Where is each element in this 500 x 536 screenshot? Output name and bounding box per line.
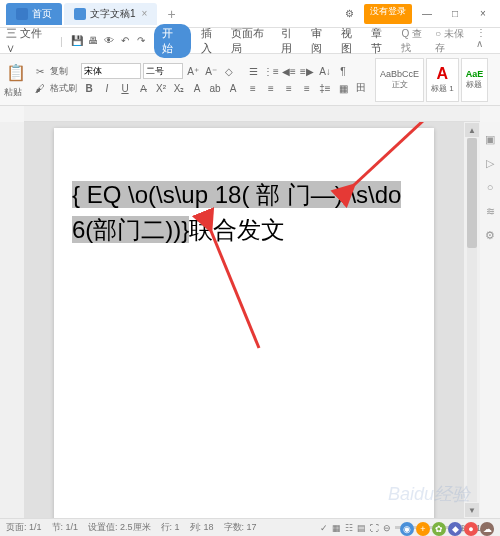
status-page[interactable]: 页面: 1/1 bbox=[6, 521, 42, 534]
nav-tool-icon[interactable]: ▷ bbox=[483, 156, 497, 170]
status-column[interactable]: 列: 18 bbox=[190, 521, 214, 534]
scroll-thumb[interactable] bbox=[467, 138, 477, 248]
badge-3[interactable]: ✿ bbox=[432, 522, 446, 536]
char-shading-icon[interactable]: A bbox=[225, 80, 241, 96]
menu-section[interactable]: 章节 bbox=[371, 26, 391, 56]
clear-format-icon[interactable]: ◇ bbox=[221, 63, 237, 79]
align-center-icon[interactable]: ≡ bbox=[263, 80, 279, 96]
print-icon[interactable]: 🖶 bbox=[85, 33, 101, 49]
style-heading[interactable]: AaE标题 bbox=[461, 58, 489, 102]
font-family-select[interactable] bbox=[81, 63, 141, 79]
scroll-down-icon[interactable]: ▼ bbox=[465, 503, 479, 517]
status-section[interactable]: 节: 1/1 bbox=[52, 521, 79, 534]
paste-icon[interactable]: 📋 bbox=[4, 61, 28, 85]
show-marks-icon[interactable]: ¶ bbox=[335, 63, 351, 79]
scroll-up-icon[interactable]: ▲ bbox=[465, 123, 479, 137]
outline-tool-icon[interactable]: ○ bbox=[483, 180, 497, 194]
layers-tool-icon[interactable]: ≋ bbox=[483, 204, 497, 218]
format-painter-label[interactable]: 格式刷 bbox=[50, 82, 77, 95]
vertical-scrollbar[interactable]: ▲ ▼ bbox=[464, 122, 480, 518]
login-button[interactable]: 没有登录 bbox=[364, 4, 412, 24]
select-tool-icon[interactable]: ▣ bbox=[483, 132, 497, 146]
svg-line-0 bbox=[354, 122, 424, 185]
vertical-ruler[interactable] bbox=[0, 122, 24, 518]
preview-icon[interactable]: 👁 bbox=[101, 33, 117, 49]
unsaved-indicator: ○ 未保存 bbox=[435, 27, 470, 55]
side-panel: ▣ ▷ ○ ≋ ⚙ bbox=[480, 122, 500, 518]
shading-icon[interactable]: ▦ bbox=[335, 80, 351, 96]
menu-review[interactable]: 审阅 bbox=[311, 26, 331, 56]
sort-icon[interactable]: A↓ bbox=[317, 63, 333, 79]
svg-line-1 bbox=[211, 231, 259, 348]
badge-6[interactable]: ☁ bbox=[480, 522, 494, 536]
bullets-icon[interactable]: ☰ bbox=[245, 63, 261, 79]
zoom-out-icon[interactable]: ⊖ bbox=[383, 523, 391, 533]
align-justify-icon[interactable]: ≡ bbox=[299, 80, 315, 96]
line-spacing-icon[interactable]: ‡≡ bbox=[317, 80, 333, 96]
status-position[interactable]: 设置值: 2.5厘米 bbox=[88, 521, 151, 534]
redo-icon[interactable]: ↷ bbox=[133, 33, 149, 49]
badge-2[interactable]: + bbox=[416, 522, 430, 536]
menu-view[interactable]: 视图 bbox=[341, 26, 361, 56]
subscript-icon[interactable]: X₂ bbox=[171, 80, 187, 96]
text-after[interactable]: 联合发文 bbox=[189, 216, 285, 243]
maximize-button[interactable]: □ bbox=[442, 4, 468, 24]
shrink-font-icon[interactable]: A⁻ bbox=[203, 63, 219, 79]
view-print-icon[interactable]: ▦ bbox=[332, 523, 341, 533]
copy-label[interactable]: 复制 bbox=[50, 65, 68, 78]
indent-dec-icon[interactable]: ◀≡ bbox=[281, 63, 297, 79]
settings-tool-icon[interactable]: ⚙ bbox=[483, 228, 497, 242]
cut-icon[interactable]: ✂ bbox=[32, 63, 48, 79]
close-button[interactable]: × bbox=[470, 4, 496, 24]
tab-document[interactable]: 文字文稿1 × bbox=[64, 3, 157, 25]
status-chars[interactable]: 字数: 17 bbox=[224, 521, 257, 534]
status-line[interactable]: 行: 1 bbox=[161, 521, 180, 534]
tab-add-button[interactable]: + bbox=[167, 6, 175, 22]
align-right-icon[interactable]: ≡ bbox=[281, 80, 297, 96]
file-menu[interactable]: 三 文件 ∨ bbox=[6, 26, 50, 56]
bold-icon[interactable]: B bbox=[81, 80, 97, 96]
font-color-icon[interactable]: A bbox=[189, 80, 205, 96]
badge-1[interactable]: ◉ bbox=[400, 522, 414, 536]
menu-references[interactable]: 引用 bbox=[281, 26, 301, 56]
tray-badges: ◉ + ✿ ◆ ● ☁ bbox=[400, 522, 494, 536]
style-heading1[interactable]: A标题 1 bbox=[426, 58, 459, 102]
home-icon bbox=[16, 8, 28, 20]
border-icon[interactable]: 田 bbox=[353, 80, 369, 96]
underline-icon[interactable]: U bbox=[117, 80, 133, 96]
italic-icon[interactable]: I bbox=[99, 80, 115, 96]
numbering-icon[interactable]: ⋮≡ bbox=[263, 63, 279, 79]
spellcheck-icon[interactable]: ✓ bbox=[320, 523, 328, 533]
horizontal-ruler[interactable] bbox=[24, 106, 480, 122]
more-icon[interactable]: ⋮ ∧ bbox=[476, 27, 494, 55]
search-menu[interactable]: Q 查找 bbox=[401, 27, 429, 55]
font-size-select[interactable] bbox=[143, 63, 183, 79]
document-content[interactable]: { EQ \o(\s\up 18( 部 门—),\s\do 6(部门二))}联合… bbox=[72, 178, 416, 247]
document-page[interactable]: { EQ \o(\s\up 18( 部 门—),\s\do 6(部门二))}联合… bbox=[54, 128, 434, 518]
menu-start[interactable]: 开始 bbox=[154, 24, 190, 58]
highlight-icon[interactable]: ab bbox=[207, 80, 223, 96]
tab-home[interactable]: 首页 bbox=[6, 3, 62, 25]
badge-4[interactable]: ◆ bbox=[448, 522, 462, 536]
menu-layout[interactable]: 页面布局 bbox=[231, 26, 271, 56]
style-normal[interactable]: AaBbCcE正文 bbox=[375, 58, 424, 102]
tab-home-label: 首页 bbox=[32, 7, 52, 21]
settings-icon[interactable]: ⚙ bbox=[336, 4, 362, 24]
menu-insert[interactable]: 插入 bbox=[201, 26, 221, 56]
superscript-icon[interactable]: X² bbox=[153, 80, 169, 96]
brush-icon[interactable]: 🖌 bbox=[32, 80, 48, 96]
align-left-icon[interactable]: ≡ bbox=[245, 80, 261, 96]
indent-inc-icon[interactable]: ≡▶ bbox=[299, 63, 315, 79]
tab-doc-label: 文字文稿1 bbox=[90, 7, 136, 21]
strike-icon[interactable]: A̶ bbox=[135, 80, 151, 96]
grow-font-icon[interactable]: A⁺ bbox=[185, 63, 201, 79]
minimize-button[interactable]: — bbox=[414, 4, 440, 24]
view-web-icon[interactable]: ☷ bbox=[345, 523, 353, 533]
fullscreen-icon[interactable]: ⛶ bbox=[370, 523, 379, 533]
view-outline-icon[interactable]: ▤ bbox=[357, 523, 366, 533]
save-icon[interactable]: 💾 bbox=[69, 33, 85, 49]
tab-close-icon[interactable]: × bbox=[142, 8, 148, 19]
undo-icon[interactable]: ↶ bbox=[117, 33, 133, 49]
paste-label: 粘贴 bbox=[4, 86, 28, 99]
badge-5[interactable]: ● bbox=[464, 522, 478, 536]
